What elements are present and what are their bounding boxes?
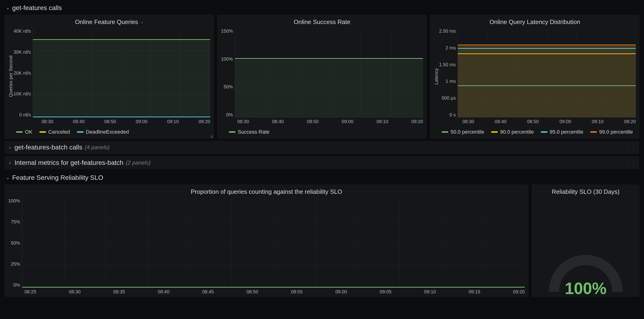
row-toggle-internal-metrics[interactable]: › Internal metrics for get-features-batc… <box>5 156 639 169</box>
panel-title[interactable]: Online Query Latency Distribution <box>430 15 639 27</box>
row-toggle-get-features-batch[interactable]: › get-features-batch calls (4 panels) ⋮⋮ <box>5 141 639 154</box>
legend-item-success[interactable]: Success Rate <box>229 129 270 135</box>
gauge-value: 100% <box>565 279 606 298</box>
panel-slo-gauge[interactable]: Reliability SLO (30 Days) 100% <box>532 185 639 297</box>
x-ticks: 08:25 08:30 08:35 08:40 08:45 08:50 08:5… <box>8 288 525 295</box>
chart-plot[interactable] <box>22 198 525 288</box>
panel-online-feature-queries[interactable]: Online Feature Queries ⌄ Queries per Sec… <box>5 15 214 138</box>
chevron-down-icon: ⌄ <box>6 175 10 180</box>
panel-online-query-latency[interactable]: Online Query Latency Distribution Latenc… <box>430 15 639 138</box>
row-toggle-slo[interactable]: ⌄ Feature Serving Reliability SLO <box>5 172 639 185</box>
gauge: 100% <box>546 250 625 296</box>
chart-plot[interactable] <box>33 28 210 117</box>
row-panel-count: (2 panels) <box>126 159 151 166</box>
chevron-down-icon[interactable]: ⌄ <box>140 20 144 24</box>
chevron-right-icon: › <box>8 145 12 150</box>
row-title: get-features-batch calls <box>14 144 82 151</box>
resize-handle-icon[interactable] <box>210 135 213 138</box>
panel-title[interactable]: Proportion of queries counting against t… <box>5 185 528 197</box>
legend-item-p50[interactable]: 50.0 percentile <box>442 129 484 135</box>
drag-handle-icon[interactable]: ⋮⋮ <box>626 145 636 150</box>
y-ticks: 40K rd/s 30K rd/s 20K rd/s 10K rd/s 0 rd… <box>14 28 33 117</box>
y-axis-label: Queries per Second <box>8 28 14 124</box>
row-panel-count: (4 panels) <box>85 144 110 151</box>
panel-title[interactable]: Online Feature Queries ⌄ <box>5 15 214 27</box>
chart-plot[interactable] <box>458 28 636 117</box>
row-title: get-features calls <box>12 4 62 12</box>
legend-item-p90[interactable]: 90.0 percentile <box>491 129 534 135</box>
y-ticks: 150% 100% 50% 0% <box>221 28 235 117</box>
panel-title[interactable]: Reliability SLO (30 Days) <box>532 185 639 197</box>
chevron-down-icon: ⌄ <box>6 5 10 10</box>
legend[interactable]: OK Canceled DeadlineExceeded <box>5 126 214 138</box>
legend[interactable]: Success Rate <box>218 126 426 138</box>
legend-item-canceled[interactable]: Canceled <box>40 129 70 135</box>
row-title: Internal metrics for get-features-batch <box>14 159 124 167</box>
panel-title[interactable]: Online Success Rate <box>218 15 426 27</box>
panel-slo-proportion[interactable]: Proportion of queries counting against t… <box>5 185 528 297</box>
y-axis-label: Latency <box>434 28 439 124</box>
chevron-right-icon: › <box>8 160 12 165</box>
panel-online-success-rate[interactable]: Online Success Rate 150% 100% 50% 0% <box>218 15 426 138</box>
legend-item-ok[interactable]: OK <box>16 129 32 135</box>
x-ticks: 08:30 08:40 08:50 09:00 09:10 09:20 <box>439 117 636 124</box>
x-ticks: 08:30 08:40 08:50 09:00 09:10 09:20 <box>221 117 423 124</box>
chart-plot[interactable] <box>235 28 423 117</box>
y-ticks: 100% 75% 50% 25% 0% <box>8 198 22 288</box>
x-ticks: 08:30 08:40 08:50 09:00 09:10 09:20 <box>14 117 210 124</box>
y-ticks: 2.50 ms 2 ms 1.50 ms 1 ms 500 µs 0 s <box>439 28 458 117</box>
legend-item-deadline[interactable]: DeadlineExceeded <box>77 129 129 135</box>
row-title: Feature Serving Reliability SLO <box>12 174 103 181</box>
legend-item-p99[interactable]: 99.0 percentile <box>590 129 633 135</box>
row-toggle-get-features[interactable]: ⌄ get-features calls <box>5 2 639 15</box>
legend[interactable]: 50.0 percentile 90.0 percentile 95.0 per… <box>430 126 639 138</box>
drag-handle-icon[interactable]: ⋮⋮ <box>626 160 636 166</box>
legend-item-p95[interactable]: 95.0 percentile <box>541 129 583 135</box>
